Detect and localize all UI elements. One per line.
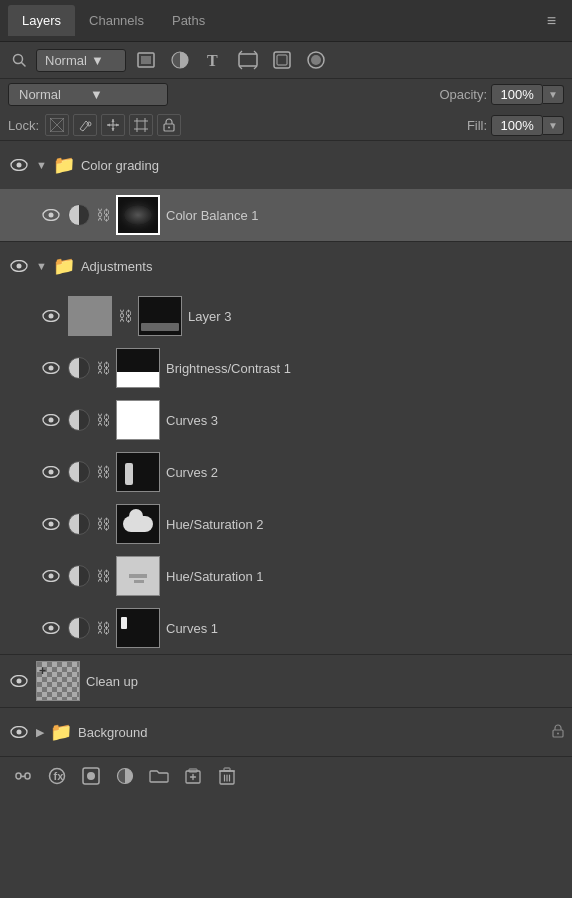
lock-transparent-icon[interactable] bbox=[45, 114, 69, 136]
layer-brightness-contrast[interactable]: ⛓ Brightness/Contrast 1 bbox=[0, 342, 572, 394]
lock-move-icon[interactable] bbox=[101, 114, 125, 136]
add-style-button[interactable]: fx bbox=[44, 763, 70, 789]
blend-mode-select[interactable]: Normal ▼ bbox=[8, 83, 168, 106]
svg-point-14 bbox=[311, 55, 321, 65]
filter-shape-icon[interactable] bbox=[234, 48, 262, 72]
svg-marker-23 bbox=[107, 124, 110, 127]
adjustment-layer-icon bbox=[68, 617, 90, 639]
layer-layer3[interactable]: ⛓ Layer 3 bbox=[0, 290, 572, 342]
panel-menu-icon[interactable]: ≡ bbox=[539, 8, 564, 34]
visibility-icon[interactable] bbox=[40, 513, 62, 535]
visibility-icon[interactable] bbox=[40, 565, 62, 587]
lock-label: Lock: bbox=[8, 118, 39, 133]
fill-chevron-icon[interactable]: ▼ bbox=[543, 116, 564, 135]
mask-thumbnail bbox=[138, 296, 182, 336]
fill-group: Fill: 100% ▼ bbox=[467, 115, 564, 136]
layer-name: Brightness/Contrast 1 bbox=[166, 361, 564, 376]
visibility-icon[interactable] bbox=[8, 721, 30, 743]
collapse-arrow-icon[interactable]: ▼ bbox=[36, 260, 47, 272]
bottom-toolbar: fx bbox=[0, 756, 572, 795]
adjustment-layer-icon bbox=[68, 461, 90, 483]
lock-row: Lock: bbox=[0, 110, 572, 141]
svg-point-43 bbox=[49, 314, 54, 319]
layer-name: Curves 2 bbox=[166, 465, 564, 480]
layer-name: Clean up bbox=[86, 674, 564, 689]
opacity-chevron-icon[interactable]: ▼ bbox=[543, 85, 564, 104]
layer-thumbnail bbox=[116, 348, 160, 388]
delete-layer-button[interactable] bbox=[214, 763, 240, 789]
visibility-icon[interactable] bbox=[8, 255, 30, 277]
adjustment-layer-icon bbox=[68, 357, 90, 379]
layer-group-background[interactable]: ▶ 📁 Background bbox=[0, 708, 572, 756]
lock-all-icon[interactable] bbox=[157, 114, 181, 136]
svg-rect-75 bbox=[224, 768, 230, 771]
layer-thumbnail bbox=[116, 195, 160, 235]
svg-point-47 bbox=[49, 418, 54, 423]
layer-huesat2[interactable]: ⛓ Hue/Saturation 2 bbox=[0, 498, 572, 550]
tab-channels[interactable]: Channels bbox=[75, 5, 158, 36]
layer-cleanup[interactable]: Clean up bbox=[0, 655, 572, 707]
filter-pixel-icon[interactable] bbox=[132, 48, 160, 72]
svg-point-37 bbox=[17, 163, 22, 168]
link-icon: ⛓ bbox=[96, 620, 110, 636]
svg-rect-3 bbox=[141, 56, 151, 64]
collapse-arrow-icon[interactable]: ▼ bbox=[36, 159, 47, 171]
adjustment-layer-icon bbox=[68, 513, 90, 535]
visibility-icon[interactable] bbox=[40, 357, 62, 379]
search-icon bbox=[8, 49, 30, 71]
kind-select[interactable]: Normal ▼ bbox=[36, 49, 126, 72]
link-icon: ⛓ bbox=[96, 464, 110, 480]
layer-thumbnail bbox=[36, 661, 80, 701]
adjustment-layer-icon bbox=[68, 565, 90, 587]
layer-name: Curves 3 bbox=[166, 413, 564, 428]
group-name: Color grading bbox=[81, 158, 564, 173]
filter-text-icon[interactable]: T bbox=[200, 48, 228, 72]
cloud-shape bbox=[123, 516, 153, 532]
lock-artboard-icon[interactable] bbox=[129, 114, 153, 136]
link-icon: ⛓ bbox=[118, 308, 132, 324]
layer-group-adjustments[interactable]: ▼ 📁 Adjustments bbox=[0, 242, 572, 290]
layer-name: Hue/Saturation 1 bbox=[166, 569, 564, 584]
visibility-icon[interactable] bbox=[8, 154, 30, 176]
kind-label: Normal bbox=[45, 53, 87, 68]
svg-point-59 bbox=[17, 730, 22, 735]
layer-curves3[interactable]: ⛓ Curves 3 bbox=[0, 394, 572, 446]
visibility-icon[interactable] bbox=[40, 409, 62, 431]
blend-mode-chevron-icon: ▼ bbox=[90, 87, 157, 102]
add-mask-button[interactable] bbox=[78, 763, 104, 789]
svg-point-53 bbox=[49, 574, 54, 579]
adjustment-layer-icon bbox=[68, 204, 90, 226]
filter-circle-icon[interactable] bbox=[302, 48, 330, 72]
fill-input[interactable]: 100% bbox=[491, 115, 543, 136]
lock-paint-icon[interactable] bbox=[73, 114, 97, 136]
layer-color-balance-1[interactable]: ⛓ Color Balance 1 bbox=[0, 189, 572, 241]
link-layers-button[interactable] bbox=[10, 763, 36, 789]
visibility-icon[interactable] bbox=[40, 305, 62, 327]
kind-row: Normal ▼ T bbox=[0, 42, 572, 79]
visibility-icon[interactable] bbox=[40, 617, 62, 639]
filter-adjustment-icon[interactable] bbox=[166, 48, 194, 72]
tab-paths[interactable]: Paths bbox=[158, 5, 219, 36]
layer-name: Color Balance 1 bbox=[166, 208, 564, 223]
svg-rect-25 bbox=[137, 121, 145, 129]
opacity-input[interactable]: 100% bbox=[491, 84, 543, 105]
svg-point-61 bbox=[557, 732, 559, 734]
layer-curves1[interactable]: ⛓ Curves 1 bbox=[0, 602, 572, 654]
group-name: Background bbox=[78, 725, 546, 740]
tab-layers[interactable]: Layers bbox=[8, 5, 75, 36]
expand-arrow-icon[interactable]: ▶ bbox=[36, 726, 44, 739]
layer-curves2[interactable]: ⛓ Curves 2 bbox=[0, 446, 572, 498]
visibility-icon[interactable] bbox=[8, 670, 30, 692]
svg-text:T: T bbox=[207, 52, 218, 69]
visibility-icon[interactable] bbox=[40, 461, 62, 483]
visibility-icon[interactable] bbox=[40, 204, 62, 226]
layer-lock-icon bbox=[552, 724, 564, 741]
add-adjustment-button[interactable] bbox=[112, 763, 138, 789]
svg-text:fx: fx bbox=[54, 770, 65, 782]
new-group-button[interactable] bbox=[146, 763, 172, 789]
layer-huesat1[interactable]: ⛓ Hue/Saturation 1 bbox=[0, 550, 572, 602]
filter-smart-icon[interactable] bbox=[268, 48, 296, 72]
layer-group-color-grading[interactable]: ▼ 📁 Color grading bbox=[0, 141, 572, 189]
new-layer-button[interactable] bbox=[180, 763, 206, 789]
svg-marker-22 bbox=[112, 128, 115, 131]
